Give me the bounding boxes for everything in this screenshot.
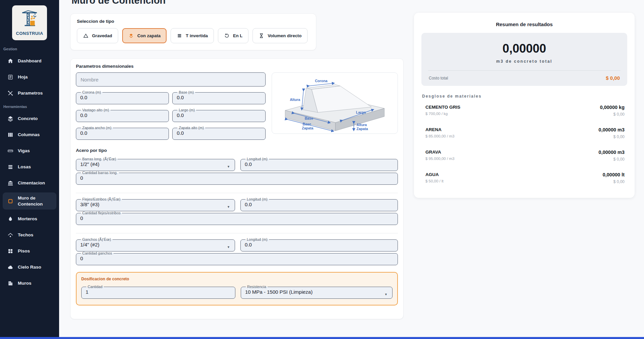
type-button-t-invertida[interactable]: T invertida — [171, 28, 214, 43]
diagram-label-base: Base — [305, 116, 313, 120]
results-panel: Resumen de resultados 0,00000 m3 de conc… — [414, 13, 635, 198]
sidebar-item-pisos[interactable]: Pisos — [3, 244, 56, 258]
corona-field[interactable]: Corona (m) 0.0 — [76, 91, 169, 104]
parameters-card: Parametros dimensionales Corona (m) 0.0 … — [70, 58, 404, 319]
dosage-section: Dosificacion de concreto Cantidad 1 Resi… — [76, 272, 398, 305]
ganchos-diameter-select[interactable]: Ganchos (ÃƒËœ) 1/4" (#2) ▼ — [76, 238, 235, 251]
type-selection-card: Seleccion de tipo Gravedad Con zapata T … — [70, 13, 316, 50]
vastago-alto-field[interactable]: Vastago alto (m) 0.0 — [76, 108, 169, 122]
layers-icon — [7, 116, 13, 122]
sidebar-item-dashboard[interactable]: Dashboard — [3, 54, 56, 68]
total-cost-value: $ 0,00 — [606, 75, 620, 81]
zapata-ancho-field[interactable]: Zapata ancho (m) 0.0 — [76, 126, 169, 140]
largo-field[interactable]: Largo (m) 0.0 — [172, 108, 266, 122]
section-divider — [76, 233, 398, 233]
sidebar-item-columnas[interactable]: Columnas — [3, 128, 56, 142]
hourglass-icon — [259, 33, 264, 39]
bottom-accent-bar — [0, 337, 644, 339]
app-window: CONSTRUIA Gestion Dashboard Hoja Paramet… — [0, 0, 644, 339]
rotate-icon — [224, 33, 230, 39]
type-button-volumen-directo[interactable]: Volumen directo — [252, 28, 308, 43]
total-concrete-unit: m3 de concreto total — [428, 59, 620, 64]
name-input[interactable] — [76, 72, 266, 87]
droplet-icon — [7, 216, 13, 222]
cloud-icon — [7, 264, 13, 270]
sidebar-item-losas[interactable]: Losas — [3, 160, 56, 174]
sidebar: CONSTRUIA Gestion Dashboard Hoja Paramet… — [0, 0, 59, 339]
material-row-agua: AGUA $ 50,00 / lt 0,00000 lt $ 0,00 — [421, 167, 627, 189]
flejes-longitud-field[interactable]: Longitud (m) 0.0 — [240, 197, 398, 211]
sidebar-section-herramientas: Herramientas — [3, 105, 59, 109]
sidebar-item-hoja[interactable]: Hoja — [3, 70, 56, 84]
flejes-diameter-select[interactable]: Flejes/Estribos (ÃƒËœ) 3/8" (#3) ▼ — [76, 197, 235, 211]
layers-diamond-icon — [128, 33, 134, 39]
material-row-arena: ARENA $ 85.000,00 / m3 0,00000 m3 $ 0,00 — [421, 122, 627, 144]
chevron-down-icon: ▼ — [227, 245, 230, 248]
dosage-cantidad-field[interactable]: Cantidad 1 — [81, 285, 235, 299]
dimension-fields: Corona (m) 0.0 Base (m) 0.0 Vastago alto… — [76, 72, 266, 140]
bars-icon — [177, 33, 182, 39]
slabs-icon — [7, 164, 13, 170]
base-field[interactable]: Base (m) 0.0 — [172, 91, 266, 104]
barras-longitud-field[interactable]: Longitud (m) 0.0 — [240, 157, 398, 171]
steel-heading: Acero por tipo — [76, 148, 398, 153]
sidebar-item-muro-de-contencion[interactable]: Muro de Contencion — [3, 192, 56, 210]
barras-diameter-select[interactable]: Barras long. (ÃƒËœ) 1/2" (#4) ▼ — [76, 157, 235, 171]
home-icon — [7, 58, 13, 64]
bank-icon — [7, 180, 13, 186]
type-button-con-zapata[interactable]: Con zapata — [122, 28, 167, 43]
svg-text:Zapata: Zapata — [302, 126, 313, 130]
crane-logo-icon — [20, 10, 39, 31]
sidebar-item-concreto[interactable]: Concreto — [3, 112, 56, 125]
app-name: CONSTRUIA — [16, 31, 43, 36]
sidebar-item-vigas[interactable]: Vigas — [3, 144, 56, 158]
svg-text:Base: Base — [303, 122, 311, 126]
dimensions-heading: Parametros dimensionales — [76, 64, 398, 69]
material-row-grava: GRAVA $ 95.000,00 / m3 0,00000 m3 $ 0,00 — [421, 144, 627, 167]
sheet-icon — [7, 74, 13, 80]
sidebar-item-techos[interactable]: Techos — [3, 228, 56, 242]
chevron-down-icon: ▼ — [384, 292, 387, 296]
sidebar-item-cielo-raso[interactable]: Cielo Raso — [3, 261, 56, 274]
total-cost-label: Costo total — [429, 76, 448, 80]
page-title: Muro de Contención — [72, 0, 644, 6]
type-button-gravedad[interactable]: Gravedad — [77, 28, 118, 43]
square-outline-icon — [7, 198, 13, 204]
sidebar-item-muros[interactable]: Muros — [3, 277, 56, 290]
cantidad-ganchos-field[interactable]: Cantidad ganchos 0 — [76, 251, 398, 265]
type-selection-heading: Seleccion de tipo — [77, 19, 310, 24]
wall-diagram: Corona Altura Base Largo Base Zapata Alt… — [272, 72, 398, 134]
tools-icon — [7, 90, 13, 96]
ganchos-longitud-field[interactable]: Longitud (m) 0.0 — [240, 238, 398, 251]
zapata-alto-field[interactable]: Zapata alto (m) 0.0 — [172, 126, 266, 140]
sidebar-item-cimentacion[interactable]: Cimentacion — [3, 176, 56, 190]
breakdown-heading: Desglose de materiales — [422, 94, 627, 99]
app-logo: CONSTRUIA — [12, 5, 47, 40]
building-icon — [7, 280, 13, 286]
sidebar-item-morteros[interactable]: Morteros — [3, 212, 56, 226]
material-row-cemento: CEMENTO GRIS $ 700,00 / kg 0,00000 kg $ … — [421, 99, 627, 122]
roof-icon — [7, 232, 13, 238]
diagram-label-largo: Largo — [356, 110, 366, 114]
grid-icon — [7, 248, 13, 254]
cantidad-flejes-field[interactable]: Cantidad flejes/estribos 0 — [76, 211, 398, 225]
diagram-label-altura: Altura — [290, 97, 300, 101]
chevron-down-icon: ▼ — [227, 165, 230, 168]
type-button-row: Gravedad Con zapata T invertida En L Vol… — [77, 28, 310, 43]
triangle-icon — [83, 33, 89, 39]
columns-icon — [7, 132, 13, 138]
ruler-icon — [7, 148, 13, 154]
sidebar-item-parametros[interactable]: Parametros — [3, 87, 56, 100]
svg-text:Altura: Altura — [357, 122, 367, 126]
resistencia-select[interactable]: Resistencia 10 MPa - 1500 PSI (Limpieza)… — [241, 285, 393, 299]
section-divider — [76, 193, 398, 193]
type-button-en-l[interactable]: En L — [218, 28, 248, 43]
total-summary-box: 0,00000 m3 de concreto total Costo total… — [421, 33, 627, 86]
sidebar-section-gestion: Gestion — [3, 47, 59, 51]
svg-text:Zapata: Zapata — [357, 126, 368, 130]
dosage-heading: Dosificacion de concreto — [81, 277, 393, 281]
cantidad-barras-field[interactable]: Cantidad barras long. 0 — [76, 171, 398, 185]
diagram-label-corona: Corona — [315, 79, 327, 83]
results-title: Resumen de resultados — [421, 21, 627, 27]
total-concrete-value: 0,00000 — [428, 42, 620, 56]
